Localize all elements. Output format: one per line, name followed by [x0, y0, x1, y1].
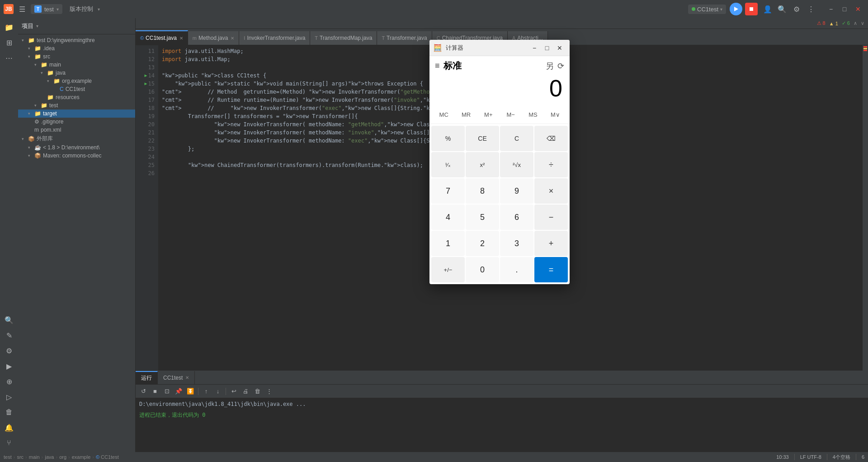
tree-item-8[interactable]: ▾ 📁 test [18, 101, 135, 110]
calc-btn-C[interactable]: C [500, 126, 533, 151]
calc-btn----[interactable]: +/− [431, 257, 465, 282]
tab-1[interactable]: m Method.java ✕ [188, 31, 240, 45]
search-icon[interactable]: 🔍 [776, 3, 788, 15]
profile-icon[interactable]: 👤 [761, 3, 774, 15]
mem-btn-MS[interactable]: MS [522, 107, 543, 122]
more-actions-icon[interactable]: ⋮ [264, 386, 274, 396]
run-button[interactable] [730, 3, 742, 15]
stop-run-icon[interactable]: ■ [150, 386, 160, 396]
tree-item-12[interactable]: ▾ 📦 外部库 [18, 134, 135, 143]
tab-3[interactable]: T TransformedMap.java [310, 31, 377, 45]
calc-btn--[interactable]: × [534, 178, 568, 204]
run-indicator[interactable]: ▶ [145, 80, 147, 88]
cc1test-run-tab[interactable]: CC1test ✕ [158, 371, 195, 385]
calc-btn-5[interactable]: 5 [466, 205, 499, 230]
terminal-icon[interactable]: ▷ [2, 390, 16, 404]
calc-btn-6[interactable]: 6 [500, 205, 533, 230]
notifications-icon[interactable]: 🔔 [2, 420, 16, 435]
mem-btn-MC[interactable]: MC [433, 107, 454, 122]
tree-item-6[interactable]: C CC1test [18, 85, 135, 93]
calc-btn--[interactable]: + [534, 231, 568, 256]
calc-btn-CE[interactable]: CE [466, 126, 499, 151]
pin-icon[interactable]: 📌 [174, 386, 184, 396]
vcs-button[interactable]: 版本控制 ▾ [66, 4, 104, 14]
rerun-icon[interactable]: ↺ [138, 386, 148, 396]
tree-item-11[interactable]: m pom.xml [18, 126, 135, 134]
stop-button[interactable] [745, 3, 758, 15]
calc-btn-x-[interactable]: x² [466, 152, 499, 177]
calc-minimize-button[interactable]: − [528, 42, 541, 54]
tree-item-3[interactable]: ▾ 📁 main [18, 61, 135, 69]
calc-btn-9[interactable]: 9 [500, 178, 533, 204]
tab-4[interactable]: T Transformer.java [377, 31, 432, 45]
line-ending-encoding[interactable]: LF UTF-8 [800, 454, 821, 460]
restore-layout-icon[interactable]: ⊡ [162, 386, 172, 396]
project-selector[interactable]: T test ▾ [31, 4, 62, 14]
mem-btn-M−[interactable]: M− [500, 107, 521, 122]
scroll-to-end-icon[interactable]: ⏬ [185, 386, 195, 396]
deploy-icon[interactable]: ⊕ [2, 374, 16, 389]
settings-icon[interactable]: ⚙ [790, 3, 803, 15]
tree-item-14[interactable]: ▾ 📦 Maven: commons-collec [18, 152, 135, 160]
tab-0[interactable]: © CC1test.java ✕ [136, 30, 188, 45]
close-tab-icon[interactable]: ✕ [185, 375, 189, 380]
more-tools-icon[interactable]: ⋯ [2, 51, 16, 65]
calc-btn--[interactable]: % [431, 126, 465, 151]
run-tool-icon[interactable]: ▶ [2, 359, 16, 373]
maximize-button[interactable]: □ [838, 3, 851, 15]
calc-btn--[interactable]: ⌫ [534, 126, 568, 151]
print-icon[interactable]: 🖨 [241, 386, 250, 396]
calc-btn-1[interactable]: 1 [431, 231, 465, 256]
calc-btn--[interactable]: . [500, 257, 533, 282]
mem-btn-M∨[interactable]: M∨ [545, 107, 566, 122]
edit-icon[interactable]: ✎ [2, 328, 16, 343]
calc-btn---x[interactable]: ²√x [500, 152, 533, 177]
calc-btn-8[interactable]: 8 [466, 178, 499, 204]
calc-btn-0[interactable]: 0 [466, 257, 499, 282]
close-tab-icon[interactable]: ✕ [231, 36, 234, 41]
soft-wrap-icon[interactable]: ↩ [229, 386, 239, 396]
scroll-up-run-icon[interactable]: ↑ [201, 386, 211, 396]
tree-item-2[interactable]: ▾ 📁 src [18, 52, 135, 61]
run-config-selector[interactable]: CC1test ▾ [688, 5, 726, 14]
calc-btn--[interactable]: − [534, 205, 568, 230]
mem-btn-MR[interactable]: MR [455, 107, 476, 122]
calc-btn----[interactable]: ¹⁄ₓ [431, 152, 465, 177]
hamburger-menu[interactable]: ☰ [17, 3, 27, 15]
calc-close-button[interactable]: ✕ [553, 42, 566, 54]
search-tool-icon[interactable]: 🔍 [2, 313, 16, 327]
git-icon[interactable]: ⑂ [2, 436, 16, 450]
calc-btn--[interactable]: ÷ [534, 152, 568, 177]
tree-item-10[interactable]: ⚙ .gitignore [18, 118, 135, 126]
calc-sci-icon[interactable]: 另 [546, 61, 554, 71]
scroll-down-icon[interactable]: ∨ [861, 20, 864, 26]
minimize-button[interactable]: − [825, 3, 837, 15]
calc-btn-4[interactable]: 4 [431, 205, 465, 230]
tree-item-9[interactable]: ▾ 📁 target [18, 110, 135, 118]
run-indicator[interactable]: ▶ [145, 71, 147, 80]
tab-2[interactable]: I InvokerTransformer.java [239, 31, 310, 45]
clear-icon[interactable]: 🗑 [252, 386, 262, 396]
close-button[interactable]: ✕ [852, 3, 864, 15]
structure-icon[interactable]: ⊞ [2, 35, 16, 50]
folder-icon[interactable]: 📁 [2, 20, 16, 34]
more-options-icon[interactable]: ⋮ [805, 3, 817, 15]
tree-item-4[interactable]: ▾ 📁 java [18, 69, 135, 77]
scroll-down-run-icon[interactable]: ↓ [213, 386, 223, 396]
close-tab-icon[interactable]: ✕ [179, 36, 183, 41]
scroll-up-icon[interactable]: ∧ [854, 20, 857, 26]
tree-item-13[interactable]: ▾ ☕ < 1.8 > D:\environment\ [18, 143, 135, 152]
run-tab[interactable]: 运行 [136, 371, 158, 385]
calc-menu-icon[interactable]: ≡ [435, 61, 440, 71]
tree-item-1[interactable]: ▾ 📁 .idea [18, 44, 135, 52]
calc-btn-2[interactable]: 2 [466, 231, 499, 256]
calc-history-icon[interactable]: ⟳ [557, 61, 564, 71]
tree-item-5[interactable]: ▾ 📁 org.example [18, 77, 135, 85]
calc-btn-7[interactable]: 7 [431, 178, 465, 204]
indent-setting[interactable]: 4个空格 [833, 454, 850, 461]
mem-btn-M+[interactable]: M+ [478, 107, 499, 122]
calc-btn--[interactable]: = [534, 257, 568, 282]
settings-tool-icon[interactable]: ⚙ [2, 343, 16, 358]
calc-maximize-button[interactable]: □ [541, 42, 553, 54]
database-icon[interactable]: 🗑 [2, 405, 16, 419]
